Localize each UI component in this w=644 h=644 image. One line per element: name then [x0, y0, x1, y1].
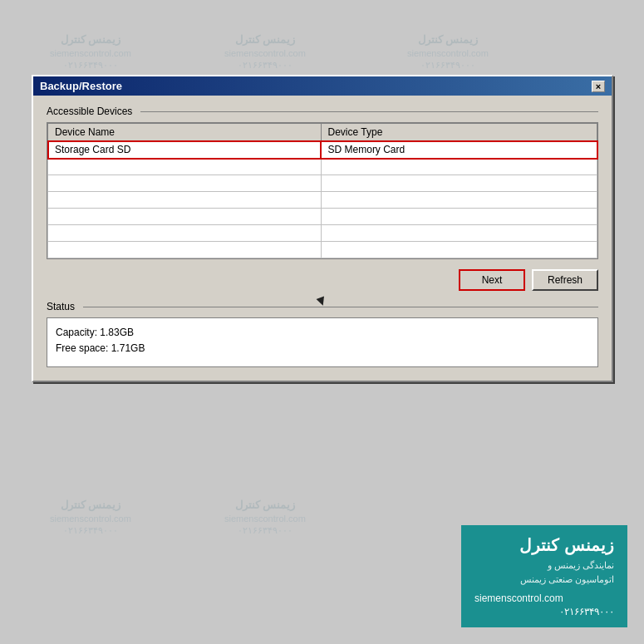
status-box: Capacity: 1.83GB Free space: 1.71GB [47, 317, 598, 367]
table-row[interactable] [48, 209, 597, 225]
free-space-text: Free space: 1.71GB [56, 341, 589, 356]
cell-device-name [48, 159, 322, 175]
brand-phone: ۰۲۱۶۶۳۴۹۰۰۰ [474, 606, 614, 617]
cell-device-type [321, 242, 597, 258]
accessible-devices-label: Accessible Devices [47, 106, 598, 117]
cell-device-name [48, 192, 322, 209]
table-row[interactable]: Storage Card SDSD Memory Card [48, 141, 597, 159]
brand-subtitle: نمایندگی زیمنس و اتوماسیون صنعتی زیمنس [474, 558, 614, 586]
table-row[interactable] [48, 159, 597, 175]
device-table-container: Device Name Device Type Storage Card SDS… [47, 122, 598, 259]
cell-device-type [321, 209, 597, 225]
close-button[interactable]: × [592, 81, 605, 92]
brand-subtitle-line2: اتوماسیون صنعتی زیمنس [474, 573, 614, 587]
cell-device-name [48, 242, 322, 258]
brand-name: زیمنس کنترل [474, 535, 614, 555]
cell-device-name [48, 175, 322, 192]
cell-device-type [321, 159, 597, 175]
watermark-item: زیمنس کنترلsiemenscontrol.com۰۲۱۶۶۳۴۹۰۰۰ [50, 499, 131, 536]
table-row[interactable] [48, 225, 597, 242]
cell-device-name [48, 225, 322, 242]
cell-device-name [48, 209, 322, 225]
watermark-item: زیمنس کنترلsiemenscontrol.com۰۲۱۶۶۳۴۹۰۰۰ [407, 33, 489, 71]
brand-subtitle-line1: نمایندگی زیمنس و [474, 558, 614, 573]
table-row[interactable] [48, 192, 597, 209]
watermark-item: زیمنس کنترلsiemenscontrol.com۰۲۱۶۶۳۴۹۰۰۰ [50, 33, 131, 71]
col-device-type: Device Type [321, 124, 597, 141]
brand-url: siemenscontrol.com [474, 592, 614, 604]
cell-device-type [321, 192, 597, 209]
device-table: Device Name Device Type Storage Card SDS… [47, 123, 597, 258]
status-section: Status Capacity: 1.83GB Free space: 1.71… [47, 301, 598, 367]
dialog-body: Accessible Devices Device Name Device Ty… [33, 96, 612, 381]
col-device-name: Device Name [48, 124, 322, 141]
title-bar: Backup/Restore × [33, 76, 612, 96]
capacity-text: Capacity: 1.83GB [56, 325, 589, 341]
cell-device-name: Storage Card SD [48, 141, 322, 159]
cell-device-type [321, 175, 597, 192]
brand-card: زیمنس کنترل نمایندگی زیمنس و اتوماسیون ص… [461, 525, 627, 627]
table-row[interactable] [48, 242, 597, 258]
table-header-row: Device Name Device Type [48, 124, 597, 141]
dialog-title: Backup/Restore [40, 80, 122, 92]
cell-device-type [321, 225, 597, 242]
refresh-button[interactable]: Refresh [532, 269, 598, 291]
watermark-item: زیمنس کنترلsiemenscontrol.com۰۲۱۶۶۳۴۹۰۰۰ [224, 33, 306, 71]
watermark-item: زیمنس کنترلsiemenscontrol.com۰۲۱۶۶۳۴۹۰۰۰ [224, 499, 306, 536]
cell-device-type: SD Memory Card [321, 141, 597, 159]
table-row[interactable] [48, 175, 597, 192]
buttons-row: Next Refresh [47, 269, 598, 291]
next-button[interactable]: Next [459, 269, 525, 291]
backup-restore-dialog: Backup/Restore × Accessible Devices Devi… [32, 75, 613, 382]
